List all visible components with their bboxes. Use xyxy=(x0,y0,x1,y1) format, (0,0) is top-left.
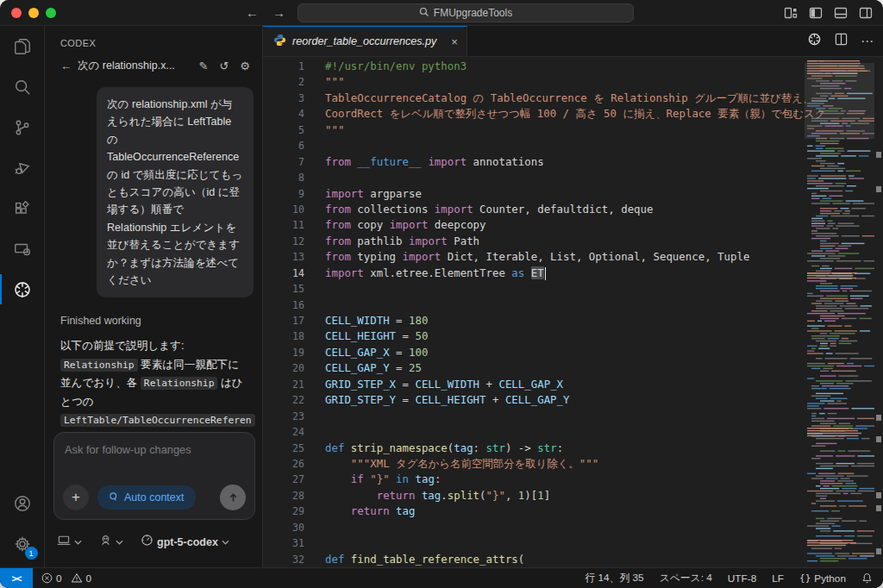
user-message-bubble: 次の relationship.xml が与えられた場合に LeftTable … xyxy=(97,87,254,297)
problems-errors[interactable]: 0 xyxy=(41,572,62,585)
remote-explorer-icon[interactable] xyxy=(0,228,45,269)
more-actions-icon[interactable]: ⋯ xyxy=(861,34,874,49)
extensions-icon[interactable] xyxy=(0,188,45,228)
code-line[interactable]: 10from collections import Counter, defau… xyxy=(263,202,883,217)
code-line[interactable]: 5""" xyxy=(263,122,883,138)
sidebar-title: CODEX xyxy=(45,26,262,52)
encoding[interactable]: UTF-8 xyxy=(728,572,756,585)
back-button[interactable]: ← xyxy=(246,5,259,20)
command-center-search[interactable]: FMUpgradeTools xyxy=(297,3,634,22)
code-line[interactable]: 16 xyxy=(263,297,883,313)
source-control-icon[interactable] xyxy=(0,107,45,147)
remote-indicator[interactable]: >< xyxy=(0,568,33,588)
codex-sidebar: CODEX ← 次の relationship.x... ✎ ↺ ⚙ 次の re… xyxy=(45,26,263,567)
forward-button[interactable]: → xyxy=(272,5,285,20)
customize-layout-icon[interactable] xyxy=(784,6,798,20)
close-window-button[interactable] xyxy=(11,8,22,18)
tab-close-icon[interactable]: × xyxy=(451,35,458,48)
code-line[interactable]: 1#!/usr/bin/env python3 xyxy=(263,59,883,74)
code-line[interactable]: 11from copy import deepcopy xyxy=(263,217,883,233)
agent-mode-icon[interactable] xyxy=(99,534,112,550)
code-line[interactable]: 20CELL_GAP_Y = 25 xyxy=(263,360,883,376)
code-line[interactable]: 12from pathlib import Path xyxy=(263,234,883,249)
code-line[interactable]: 6 xyxy=(263,138,883,153)
history-icon[interactable]: ↺ xyxy=(219,59,229,72)
braces-icon: {} xyxy=(799,572,811,584)
search-view-icon[interactable] xyxy=(0,66,45,107)
code-line[interactable]: 14import xml.etree.ElementTree as ET xyxy=(263,266,883,281)
tab-reorder-table-occurrences[interactable]: reorder_table_occurrences.py × xyxy=(263,26,467,56)
code-line[interactable]: 22GRID_STEP_Y = CELL_HEIGHT + CELL_GAP_Y xyxy=(263,392,883,408)
code-line[interactable]: 18CELL_HEIGHT = 50 xyxy=(263,328,883,344)
search-text: FMUpgradeTools xyxy=(434,7,512,19)
code-line[interactable]: 15 xyxy=(263,281,883,297)
code-line[interactable]: 2""" xyxy=(263,74,883,90)
code-line[interactable]: 32def find_table_reference_attrs( xyxy=(263,552,883,567)
activity-bar: 1 xyxy=(0,26,45,567)
toggle-secondary-sidebar-icon[interactable] xyxy=(859,6,873,20)
settings-gear-icon[interactable]: 1 xyxy=(0,523,45,564)
explorer-icon[interactable] xyxy=(0,26,45,66)
tab-title: reorder_table_occurrences.py xyxy=(292,35,436,47)
code-line[interactable]: 21GRID_STEP_X = CELL_WIDTH + CELL_GAP_X xyxy=(263,377,883,392)
context-icon xyxy=(109,491,119,504)
status-bar: >< 0 0 行 14、列 35 スペース: 4 UTF-8 LF {} Pyt… xyxy=(0,567,883,588)
cursor-position[interactable]: 行 14、列 35 xyxy=(585,572,643,585)
environment-icon[interactable] xyxy=(57,535,71,550)
code-line[interactable]: 9import argparse xyxy=(263,186,883,202)
code-line[interactable]: 24 xyxy=(263,424,883,440)
code-line[interactable]: 23 xyxy=(263,409,883,424)
attach-button[interactable]: + xyxy=(63,485,89,510)
code-line[interactable]: 28 return tag.split("}", 1)[1] xyxy=(263,488,883,504)
followup-composer[interactable]: Ask for follow-up changes + Auto context xyxy=(53,432,255,520)
toggle-primary-sidebar-icon[interactable] xyxy=(809,6,823,20)
toggle-panel-icon[interactable] xyxy=(834,6,848,20)
new-chat-icon[interactable]: ✎ xyxy=(199,59,209,72)
codex-settings-icon[interactable]: ⚙ xyxy=(240,59,250,72)
text-cursor xyxy=(545,267,547,280)
chevron-down-icon xyxy=(74,540,82,545)
indentation[interactable]: スペース: 4 xyxy=(660,572,712,585)
zoom-window-button[interactable] xyxy=(46,8,56,18)
code-area[interactable]: 1#!/usr/bin/env python32"""3TableOccurre… xyxy=(263,57,883,567)
problems-warnings[interactable]: 0 xyxy=(71,572,92,585)
tab-bar: reorder_table_occurrences.py × ⋯ xyxy=(263,26,883,57)
code-line[interactable]: 27 if "}" in tag: xyxy=(263,472,883,487)
overview-ruler[interactable] xyxy=(874,57,883,567)
code-line[interactable]: 4CoordRect をレベル順で整列させつつ幅 100 / 高さ 50 に揃え… xyxy=(263,106,883,122)
code-line[interactable]: 30 xyxy=(263,520,883,535)
model-picker[interactable]: gpt-5-codex xyxy=(157,536,218,548)
minimap-slider[interactable] xyxy=(805,63,874,139)
warning-icon xyxy=(71,572,83,584)
code-line[interactable]: 13from typing import Dict, Iterable, Lis… xyxy=(263,249,883,265)
code-line[interactable]: 25def strip_namespace(tag: str) -> str: xyxy=(263,441,883,456)
eol-sequence[interactable]: LF xyxy=(772,572,784,585)
code-line[interactable]: 26 """XML タグ名から名前空間部分を取り除く。""" xyxy=(263,456,883,472)
notifications-bell-icon[interactable] xyxy=(861,572,873,584)
minimap[interactable] xyxy=(805,57,874,567)
search-icon xyxy=(419,7,429,20)
language-mode[interactable]: {} Python xyxy=(799,572,846,585)
thread-title[interactable]: 次の relationship.x... xyxy=(78,59,193,73)
split-editor-icon[interactable] xyxy=(835,33,848,49)
run-debug-icon[interactable] xyxy=(0,147,45,188)
code-line[interactable]: 19CELL_GAP_X = 100 xyxy=(263,345,883,360)
editor-group: reorder_table_occurrences.py × ⋯ 1#!/usr… xyxy=(263,26,883,567)
auto-context-button[interactable]: Auto context xyxy=(97,485,196,510)
settings-badge: 1 xyxy=(25,547,38,560)
agent-status-text: Finished working xyxy=(60,315,247,327)
code-line[interactable]: 3TableOccurrenceCatalog の TableOccurrenc… xyxy=(263,91,883,106)
codex-editor-action-icon[interactable] xyxy=(807,32,822,50)
thread-back-button[interactable]: ← xyxy=(60,59,72,72)
code-line[interactable]: 8 xyxy=(263,170,883,185)
code-line[interactable]: 29 return tag xyxy=(263,504,883,519)
window-controls xyxy=(11,8,56,18)
accounts-icon[interactable] xyxy=(0,483,45,523)
code-line[interactable]: 31 xyxy=(263,535,883,551)
code-line[interactable]: 17CELL_WIDTH = 180 xyxy=(263,313,883,328)
title-bar: ← → FMUpgradeTools xyxy=(0,0,883,26)
send-button[interactable] xyxy=(220,485,246,510)
minimize-window-button[interactable] xyxy=(28,8,39,18)
codex-view-icon[interactable] xyxy=(0,269,45,310)
code-line[interactable]: 7from __future__ import annotations xyxy=(263,154,883,170)
